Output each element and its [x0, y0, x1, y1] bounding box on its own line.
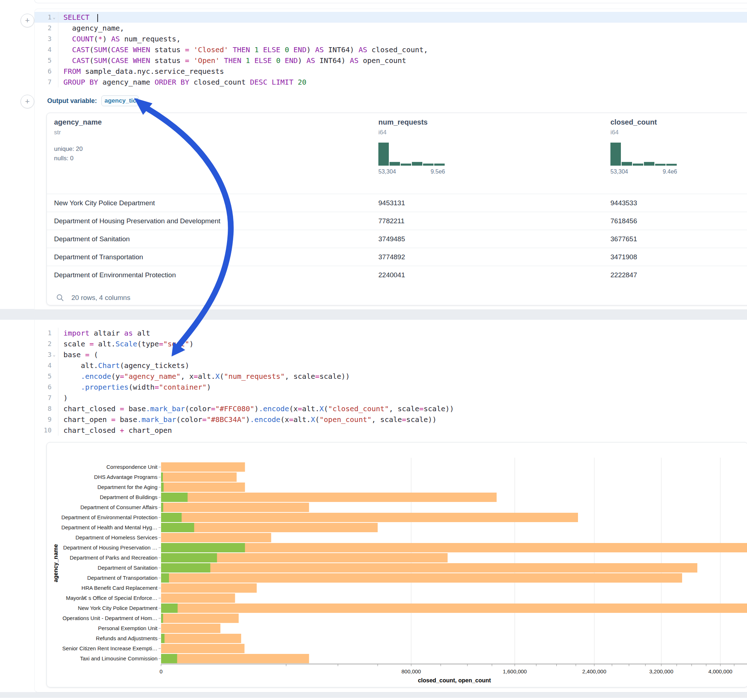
- code-line[interactable]: 10chart_closed + chart_open: [35, 425, 747, 436]
- code-text: .properties(width="container"): [58, 382, 211, 392]
- search-icon[interactable]: [56, 294, 64, 302]
- column-stats: unique: 20nulls: 0: [54, 145, 101, 162]
- line-number: 8: [41, 403, 51, 414]
- y-axis-label: New York City Police Department: [78, 605, 158, 611]
- code-line[interactable]: 4 CAST(SUM(CASE WHEN status = 'Closed' T…: [35, 44, 747, 55]
- histogram-icon: [611, 143, 677, 166]
- y-axis-label: Personal Exemption Unit: [98, 625, 158, 631]
- bar-closed: [161, 513, 578, 522]
- x-tick-label: 3,200,000: [649, 668, 673, 674]
- bar-closed: [161, 483, 245, 492]
- code-line[interactable]: 7): [35, 392, 747, 403]
- code-text: CAST(SUM(CASE WHEN status = 'Closed' THE…: [58, 44, 428, 55]
- code-text: FROM sample_data.nyc.service_requests: [58, 66, 224, 77]
- chart-output-card: Correspondence UnitDHS Advantage Program…: [47, 442, 747, 687]
- bar-closed: [161, 603, 747, 613]
- table-body: New York City Police Department945313194…: [47, 194, 747, 284]
- x-tick-label: 0: [160, 668, 163, 674]
- histogram-range-labels: 53,3049.4e6: [611, 169, 677, 175]
- y-axis-label: DHS Advantage Programs: [94, 474, 157, 480]
- code-line[interactable]: 7GROUP BY agency_name ORDER BY closed_co…: [35, 77, 747, 88]
- row-column-count: 20 rows, 4 columns: [71, 294, 130, 302]
- bar-open: [161, 634, 165, 643]
- bar-closed: [161, 563, 697, 573]
- column-name: closed_count: [611, 118, 677, 127]
- bar-open: [161, 493, 188, 502]
- code-text: import altair as alt: [58, 328, 150, 338]
- table-row: Department of Environmental Protection22…: [47, 266, 747, 284]
- cell-agency_name: Department of Transportation: [54, 248, 143, 266]
- cell-agency_name: New York City Police Department: [54, 194, 155, 212]
- line-number: 5: [41, 55, 51, 66]
- column-name: agency_name: [54, 118, 101, 127]
- add-cell-button-top[interactable]: +: [21, 14, 34, 27]
- x-tick-label: 2,400,000: [582, 668, 606, 674]
- y-axis-label: Correspondence Unit: [106, 464, 158, 470]
- output-variable-pill[interactable]: agency_tickets: [101, 95, 139, 106]
- chevron-down-icon[interactable]: ⌄: [51, 349, 57, 360]
- bar-open: [161, 654, 177, 663]
- column-type: i64: [378, 129, 445, 136]
- line-number: 6: [41, 382, 51, 392]
- line-number-gutter: 8: [35, 403, 58, 414]
- chevron-down-icon[interactable]: ⌄: [51, 12, 57, 23]
- code-line[interactable]: 2 agency_name,: [35, 23, 747, 33]
- bar-closed: [161, 503, 309, 512]
- histogram-min-label: 53,304: [378, 169, 396, 175]
- bar-open: [161, 513, 181, 522]
- code-line[interactable]: 3⌄base = (: [35, 349, 747, 360]
- line-number: 2: [41, 23, 51, 33]
- histogram-range-labels: 53,3049.5e6: [378, 169, 445, 175]
- code-text: chart_closed = base.mark_bar(color="#FFC…: [58, 403, 454, 414]
- table-row: Department of Transportation377489234719…: [47, 248, 747, 266]
- line-number: 3: [41, 349, 51, 360]
- histogram-max-label: 9.5e6: [431, 169, 445, 175]
- code-line[interactable]: 1import altair as alt: [35, 328, 747, 338]
- text-caret: [97, 14, 98, 22]
- column-header-num_requests[interactable]: num_requestsi6453,3049.5e6: [378, 118, 445, 175]
- code-text: .encode(y="agency_name", x=alt.X("num_re…: [58, 371, 350, 382]
- code-line[interactable]: 6FROM sample_data.nyc.service_requests: [35, 66, 747, 77]
- python-code-editor[interactable]: 1import altair as alt2scale = alt.Scale(…: [35, 328, 747, 436]
- code-text: chart_open = base.mark_bar(color="#8BC34…: [58, 414, 437, 425]
- output-variable-label: Output variable:: [47, 97, 97, 105]
- y-axis-label: Senior Citizen Rent Increase Exempti…: [62, 645, 157, 652]
- code-line[interactable]: 9chart_open = base.mark_bar(color="#8BC3…: [35, 414, 747, 425]
- code-line[interactable]: 5 CAST(SUM(CASE WHEN status = 'Open' THE…: [35, 55, 747, 66]
- code-line[interactable]: 3 COUNT(*) AS num_requests,: [35, 33, 747, 44]
- code-line[interactable]: 1⌄SELECT: [35, 12, 747, 23]
- bar-open: [161, 523, 194, 532]
- sql-code-editor[interactable]: 1⌄SELECT 2 agency_name,3 COUNT(*) AS num…: [35, 12, 747, 88]
- y-axis-label: Taxi and Limousine Commission: [80, 655, 157, 661]
- code-line[interactable]: 5 .encode(y="agency_name", x=alt.X("num_…: [35, 371, 747, 382]
- y-axis-label: Department of Consumer Affairs: [80, 504, 157, 510]
- bar-open: [161, 503, 163, 512]
- y-axis-label: Department of Health and Mental Hyg…: [61, 524, 157, 530]
- table-row: Department of Sanitation37494853677651: [47, 230, 747, 248]
- add-cell-button-middle[interactable]: +: [21, 95, 34, 109]
- code-line[interactable]: 4 alt.Chart(agency_tickets): [35, 360, 747, 371]
- cell-gap: [0, 309, 747, 320]
- bar-open: [161, 614, 163, 623]
- column-header-closed_count[interactable]: closed_counti6453,3049.4e6: [611, 118, 677, 175]
- y-axis-title: agency_name: [53, 544, 59, 582]
- plus-icon: +: [25, 16, 30, 25]
- code-text: COUNT(*) AS num_requests,: [58, 33, 180, 44]
- bar-closed: [161, 634, 241, 643]
- code-line[interactable]: 2scale = alt.Scale(type="sqrt"): [35, 338, 747, 349]
- y-axis-label: Department for the Aging: [97, 484, 157, 490]
- code-line[interactable]: 6 .properties(width="container"): [35, 382, 747, 392]
- previous-cell-bottom-edge: [34, 0, 747, 3]
- table-footer: 20 rows, 4 columns: [47, 284, 747, 302]
- column-histogram: 53,3049.5e6: [378, 143, 445, 175]
- line-number-gutter: 6: [35, 66, 58, 77]
- y-axis-label: Refunds and Adjustments: [96, 635, 157, 641]
- table-header: agency_namestrunique: 20nulls: 0num_requ…: [47, 113, 747, 194]
- code-line[interactable]: 8chart_closed = base.mark_bar(color="#FF…: [35, 403, 747, 414]
- column-header-agency_name[interactable]: agency_namestrunique: 20nulls: 0: [54, 118, 101, 162]
- cell-closed_count: 2222847: [611, 266, 637, 284]
- bar-closed: [161, 593, 235, 603]
- bar-open: [161, 472, 163, 482]
- code-text: SELECT: [58, 12, 98, 23]
- y-axis-label: Department of Homeless Services: [75, 534, 157, 540]
